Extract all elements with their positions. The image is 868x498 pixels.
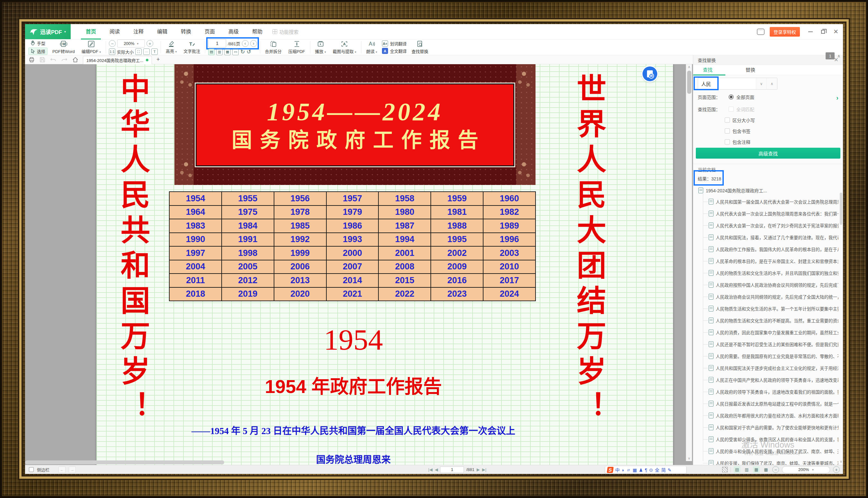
book-view-button[interactable]: ▦ bbox=[753, 466, 760, 473]
page-range-radio[interactable] bbox=[729, 94, 734, 100]
page-number-input[interactable]: 1 bbox=[208, 39, 226, 48]
next-page-button[interactable]: ▶ bbox=[477, 467, 480, 472]
annotation-checkbox[interactable] bbox=[725, 139, 730, 144]
panel-scroll-down-icon[interactable]: ∨ bbox=[840, 459, 842, 464]
zoom-level-dropdown[interactable]: 200%▾ bbox=[117, 39, 145, 48]
menu-tab-0[interactable]: 首页 bbox=[79, 24, 103, 39]
result-item[interactable]: 人民和国家对于农产品的需要。为了使农业能够更快地和更有计划地发展... bbox=[693, 421, 839, 433]
save-button[interactable] bbox=[39, 56, 46, 63]
result-item[interactable]: 人民政治协商会议共同纲领的规定，先后完成了全国大陆的统一，完成了... bbox=[693, 291, 839, 302]
result-item[interactable]: 人民的物质生活和文化生活的水平，并且巩固我们国家的独立和安全。我... bbox=[693, 267, 839, 279]
close-button[interactable]: ✕ bbox=[833, 29, 839, 35]
result-item[interactable]: 人民的物质生活和文化生活的不断提高。当然，重工业需要的资金比较多... bbox=[693, 314, 839, 326]
play-button[interactable]: 播放 ▾ bbox=[313, 40, 328, 55]
pdf-to-word-button[interactable]: W PDF转Word bbox=[50, 40, 77, 55]
prev-page-button[interactable]: ◀ bbox=[435, 467, 438, 472]
result-item[interactable]: 人民共和国宪法，接着，又通过了几个重要的法律。现在，我代表中央人... bbox=[693, 231, 839, 243]
menu-tab-5[interactable]: 页面 bbox=[198, 24, 222, 39]
result-item[interactable]: 人民的消费，因此在国家集中力量发展重工业的期间，虽然轻工业和农业... bbox=[693, 326, 839, 338]
result-item[interactable]: 人民还是不能不暂时忍受生活上的某些困难和不便。但是我们究竟是忍受... bbox=[693, 338, 839, 350]
search-input[interactable]: 人民 ∨ ∧ bbox=[698, 78, 777, 90]
full-translate-button[interactable]: A 全文翻译 bbox=[382, 48, 407, 54]
ime-icon-5[interactable]: ¶ bbox=[645, 468, 647, 472]
find-prev-icon[interactable]: ∧ bbox=[766, 78, 777, 89]
feature-search[interactable]: 功能搜索 bbox=[272, 24, 298, 39]
tab-replace[interactable]: 替换 bbox=[746, 65, 755, 75]
login-button[interactable]: 登录享特权 bbox=[770, 27, 800, 37]
continuous-layout-button[interactable]: ▭ bbox=[232, 49, 239, 55]
statusbar-zoom-dropdown[interactable]: 200% ▾ bbox=[782, 466, 830, 473]
first-page-button[interactable]: |◀ bbox=[428, 467, 432, 472]
zoom-in-button[interactable]: + bbox=[146, 40, 153, 47]
find-replace-button[interactable]: 查找替换 bbox=[410, 40, 430, 55]
result-item[interactable]: 人民共和国宪法关于逐步完成社会主义工业化的规定，关于用经济计划指... bbox=[693, 362, 839, 374]
read-aloud-button[interactable]: A 朗读 ▾ bbox=[364, 40, 379, 55]
result-item[interactable]: 人民的需要。但是我国原有的工业究竟是非常落后的、零散的、不平衡的... bbox=[693, 350, 839, 362]
new-tab-button[interactable]: + bbox=[156, 56, 160, 63]
menu-tab-4[interactable]: 转换 bbox=[174, 24, 198, 39]
result-item[interactable]: 人民代表大会第一次会议，在听了刘少奇同志关于宪法草案的报告并进行... bbox=[693, 219, 839, 231]
single-page-layout-button[interactable]: ▤ bbox=[208, 49, 215, 55]
pdf-to-word-float-button[interactable] bbox=[643, 66, 657, 81]
collapse-toolbar-icon[interactable]: ∧ bbox=[837, 54, 840, 58]
expand-range-icon[interactable]: › bbox=[836, 94, 839, 101]
merge-split-button[interactable]: 合并拆分 bbox=[263, 40, 284, 55]
result-item[interactable]: 人民革命的根本目的，是在于从帝国主义、封建主义和官僚资本主义的压... bbox=[693, 255, 839, 267]
fit-text-button[interactable]: T bbox=[151, 49, 158, 55]
ime-icon-1[interactable]: ◗ bbox=[622, 468, 624, 472]
ime-icon-9[interactable]: ✎ bbox=[668, 468, 672, 472]
ime-icon-0[interactable]: 中 bbox=[615, 468, 620, 472]
document-tab[interactable]: 1954-2024国务院总理政府工... bbox=[83, 56, 152, 64]
fit-width-button[interactable]: ·· bbox=[143, 49, 150, 55]
app-logo[interactable]: 迅读PDF ▾ bbox=[25, 24, 71, 39]
rotate-ccw-button[interactable]: ↺ bbox=[246, 49, 251, 55]
redo-button[interactable] bbox=[61, 56, 67, 63]
horizontal-scrollbar-thumb[interactable] bbox=[25, 460, 224, 464]
result-item[interactable]: 人民正在中国共产党和人民政府的领导下英勇奋斗，迅速地改变着我们的... bbox=[693, 374, 839, 385]
print-button[interactable] bbox=[28, 56, 35, 63]
select-tool-button[interactable]: 选择 bbox=[28, 48, 48, 55]
menu-tab-3[interactable]: 编辑 bbox=[150, 24, 174, 39]
menu-tab-7[interactable]: 帮助 bbox=[245, 24, 269, 39]
ime-logo-icon[interactable]: S bbox=[607, 467, 614, 473]
last-page-button[interactable]: ▶| bbox=[482, 467, 487, 472]
zoom-in-button[interactable]: + bbox=[833, 466, 840, 473]
feedback-chat-icon[interactable] bbox=[757, 29, 765, 35]
scroll-down-icon[interactable]: ∨ bbox=[686, 456, 692, 460]
result-item[interactable]: 人民日报最近发表过太原热电站建设工程中的浪费情况，就是一个惊人的... bbox=[693, 397, 839, 409]
vertical-scrollbar-thumb[interactable] bbox=[687, 71, 691, 94]
find-next-icon[interactable]: ∨ bbox=[756, 78, 766, 89]
result-item[interactable]: 人民代表大会第一次会议上国务院总理周恩来各位代表：我们第一届全国... bbox=[693, 207, 839, 219]
statusbar-page-input[interactable]: 1 bbox=[440, 467, 464, 473]
sidebar-toggle-icon[interactable] bbox=[29, 467, 34, 472]
edit-pdf-button[interactable]: 编辑PDF ▾ bbox=[80, 40, 103, 55]
ime-icon-8[interactable]: 简 bbox=[661, 468, 666, 472]
ime-icon-4[interactable]: ♟ bbox=[639, 468, 643, 472]
menu-tab-2[interactable]: 注释 bbox=[127, 24, 150, 39]
ime-icon-3[interactable]: ▦ bbox=[633, 468, 637, 472]
result-item[interactable]: 人民政府按照中国人民政治协商会议共同纲领的规定，先后完成了全国大... bbox=[693, 279, 839, 291]
results-root-item[interactable]: 1954-2024国务院总理政府工... bbox=[693, 185, 839, 196]
capture-extract-button[interactable]: A 截图与提取 ▾ bbox=[331, 40, 358, 55]
hand-tool-button[interactable]: 手型 bbox=[28, 40, 48, 47]
result-item[interactable]: 人民物质生活和文化生活的水平。第一个五年计划所以要集中主要力量发... bbox=[693, 302, 839, 314]
actual-size-icon[interactable]: 1:1 bbox=[109, 49, 115, 55]
result-item[interactable]: 人民共和国第一届全国人民代表大会第一次会议上国务院总理周恩来各位... bbox=[693, 196, 839, 207]
pdf-page[interactable]: 1954——2024 国务院政府工作报告 中华人民共和国万岁！ 世界人民大团结万… bbox=[96, 64, 673, 465]
ime-icon-6[interactable]: ⊙ bbox=[649, 468, 653, 472]
menu-tab-1[interactable]: 阅读 bbox=[103, 24, 127, 39]
home-button[interactable] bbox=[72, 56, 78, 63]
ime-icon-7[interactable]: 全 bbox=[655, 468, 660, 472]
ime-toolbar[interactable]: S 中◗〃▦♟¶⊙全简✎ bbox=[605, 466, 686, 474]
undo-button[interactable] bbox=[50, 56, 56, 63]
advanced-find-button[interactable]: 高级查找 bbox=[696, 148, 840, 159]
whole-word-checkbox[interactable] bbox=[729, 107, 734, 112]
menu-tab-6[interactable]: 高级 bbox=[222, 24, 245, 39]
tab-find[interactable]: 查找 bbox=[703, 65, 713, 75]
result-item[interactable]: 人民政府作工作报告。我国伟大的人民革命的根本目的，是在于从帝国主... bbox=[693, 243, 839, 255]
text-annotation-button[interactable]: T 文字批注 bbox=[181, 40, 202, 55]
four-page-layout-button[interactable]: ▦ bbox=[224, 49, 231, 55]
history-back-button[interactable]: ← bbox=[59, 467, 66, 473]
next-page-button[interactable]: › bbox=[250, 40, 257, 47]
highlight-button[interactable]: 高亮 ▾ bbox=[164, 40, 179, 55]
